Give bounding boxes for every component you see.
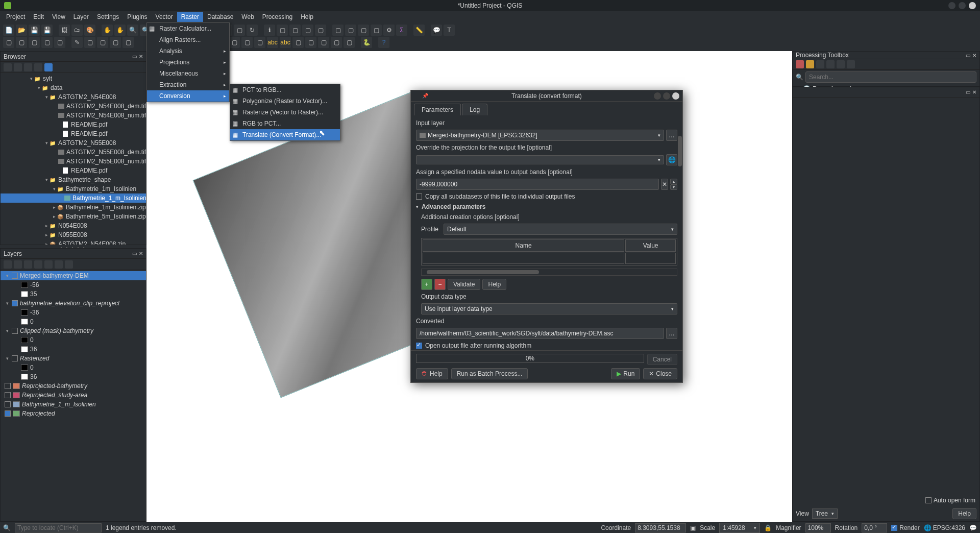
menu-project[interactable]: Project (2, 12, 29, 22)
browser-item[interactable]: README.pdf (1, 120, 146, 129)
layer-item[interactable]: -36 (1, 308, 146, 317)
layers-expand-icon[interactable] (44, 260, 53, 269)
menu-vector[interactable]: Vector (152, 12, 177, 22)
browser-item[interactable]: ▸📦Bathymetrie_1m_Isolinien.zip (1, 203, 146, 212)
advanced-params-toggle[interactable]: ▾ Advanced parameters (416, 203, 677, 210)
profile-combo[interactable]: Default▾ (444, 224, 677, 235)
menu-web[interactable]: Web (237, 12, 258, 22)
toolbar-icon[interactable]: ▢ (54, 37, 65, 48)
panel-close-icon[interactable]: ✕ (972, 53, 976, 58)
cancel-button[interactable]: Cancel (647, 354, 677, 365)
browser-item[interactable]: ASTGTM2_N55E008_num.tif (1, 157, 146, 166)
layer-item[interactable]: 0 (1, 335, 146, 345)
toolbar-icon[interactable]: ▢ (358, 25, 369, 36)
browser-item[interactable]: ▸📦ASTGTM2_N54E008.zip (1, 239, 146, 245)
label-icon[interactable]: abc (280, 37, 291, 48)
rgb-to-pct-item[interactable]: ▦RGB to PCT... (230, 118, 340, 129)
toolbar-icon[interactable]: ▢ (332, 25, 344, 36)
toolbox-icon[interactable] (796, 60, 804, 68)
sigma-icon[interactable]: Σ (396, 25, 407, 36)
minimize-button[interactable] (948, 2, 955, 9)
rotation-input[interactable] (862, 523, 887, 532)
add-row-button[interactable]: + (421, 279, 432, 290)
panel-float-icon[interactable]: ▭ (132, 251, 137, 256)
toolbox-results-icon[interactable] (826, 60, 835, 68)
lock-icon[interactable]: 🔒 (764, 524, 772, 531)
panel-close-icon[interactable]: ✕ (139, 251, 143, 256)
layout-manager-icon[interactable]: 🗂 (71, 25, 83, 36)
panel-float-icon[interactable]: ▭ (132, 54, 137, 59)
layer-item[interactable]: 0 (1, 363, 146, 372)
layer-item[interactable]: 36 (1, 345, 146, 354)
dialog-close-button[interactable] (672, 92, 679, 100)
analysis-item[interactable]: Analysis▸ (147, 45, 229, 57)
layers-remove-icon[interactable] (65, 260, 73, 269)
save-as-icon[interactable]: 💾 (41, 25, 53, 36)
run-batch-button[interactable]: Run as Batch Process... (451, 368, 528, 379)
validate-button[interactable]: Validate (448, 279, 480, 290)
override-proj-combo[interactable]: ▾ (416, 155, 664, 164)
converted-browse-button[interactable]: … (666, 328, 677, 339)
add-raster-icon[interactable]: ▢ (16, 37, 27, 48)
python-icon[interactable]: 🐍 (361, 37, 372, 48)
open-output-checkbox[interactable]: Open output file after running algorithm (416, 342, 677, 349)
browser-item[interactable]: ▾📁ASTGTM2_N55E008 (1, 138, 146, 148)
auto-open-form-checkbox[interactable]: Auto open form (925, 497, 975, 504)
layer-item[interactable]: 36 (1, 372, 146, 381)
layer-item[interactable]: ▾Merged-bathymetry-DEM (1, 271, 146, 280)
messages-icon[interactable]: 💬 (969, 524, 977, 531)
run-button[interactable]: ▶Run (611, 368, 640, 379)
input-layer-browse-button[interactable]: … (666, 130, 677, 141)
layer-item[interactable]: -56 (1, 280, 146, 289)
layers-add-group-icon[interactable] (14, 260, 22, 269)
layer-item[interactable]: 35 (1, 289, 146, 299)
toolbox-history-icon[interactable] (816, 60, 824, 68)
toolbar-icon[interactable]: ▢ (277, 25, 288, 36)
rasterize-item[interactable]: ▦Rasterize (Vector to Raster)... (230, 107, 340, 118)
measure-icon[interactable]: 📏 (413, 25, 425, 36)
browser-item[interactable]: ▾📁Bathymetrie_1m_Isolinien (1, 184, 146, 193)
browser-add-icon[interactable] (4, 63, 12, 71)
toolbar-icon[interactable]: ▢ (122, 37, 134, 48)
toolbar-icon[interactable]: ▢ (344, 37, 355, 48)
projections-item[interactable]: Projections▸ (147, 57, 229, 68)
log-tab[interactable]: Log (462, 104, 487, 115)
menu-view[interactable]: View (48, 12, 69, 22)
refresh-icon[interactable]: ↻ (247, 25, 258, 36)
toolbox-edit-icon[interactable] (837, 60, 845, 68)
toolbar-icon[interactable]: ▢ (289, 25, 301, 36)
dialog-help-button[interactable]: ⛑Help (416, 368, 448, 379)
menu-layer[interactable]: Layer (69, 12, 93, 22)
layers-filter-icon[interactable] (34, 260, 42, 269)
layer-item[interactable]: ▾Clipped (mask)-bathymetry (1, 326, 146, 335)
menu-edit[interactable]: Edit (29, 12, 48, 22)
output-type-combo[interactable]: Use input layer data type▾ (421, 303, 677, 314)
browser-collapse-icon[interactable] (34, 63, 42, 71)
layer-item[interactable]: Reprojected_study-area (1, 391, 146, 400)
coord-input[interactable] (635, 523, 686, 532)
save-project-icon[interactable]: 💾 (29, 25, 40, 36)
toolbar-icon[interactable]: ▢ (84, 37, 95, 48)
magnifier-input[interactable] (805, 523, 831, 532)
browser-item[interactable]: README.pdf (1, 129, 146, 138)
dialog-maximize-button[interactable] (663, 92, 670, 100)
toolbar-icon[interactable]: ▢ (254, 37, 265, 48)
input-layer-combo[interactable]: Merged-bathymetry-DEM [EPSG:32632] ▾ (416, 130, 664, 141)
toolbar-icon[interactable]: ⚙ (383, 25, 395, 36)
layers-style-icon[interactable] (4, 260, 12, 269)
toolbar-icon[interactable]: ▢ (331, 37, 342, 48)
browser-item[interactable]: ▾📁data (1, 83, 146, 92)
translate-item[interactable]: ▦Translate (Convert Format)... (230, 129, 340, 140)
panel-close-icon[interactable]: ✕ (972, 89, 976, 95)
layout-icon[interactable]: 🖼 (59, 25, 70, 36)
creation-options-table[interactable]: NameValue (421, 238, 677, 265)
polygonize-item[interactable]: ▦Polygonize (Raster to Vector)... (230, 95, 340, 107)
toolbar-icon[interactable]: ▢ (229, 37, 240, 48)
spin-down-button[interactable]: ▾ (670, 184, 677, 190)
toolbar-icon[interactable]: ▢ (345, 25, 356, 36)
scale-combo[interactable]: 1:45928▾ (719, 523, 760, 533)
browser-item[interactable]: ▾📁sylt (1, 74, 146, 83)
panel-float-icon[interactable]: ▭ (966, 53, 970, 58)
close-button[interactable] (969, 2, 976, 9)
layers-collapse-icon[interactable] (55, 260, 63, 269)
